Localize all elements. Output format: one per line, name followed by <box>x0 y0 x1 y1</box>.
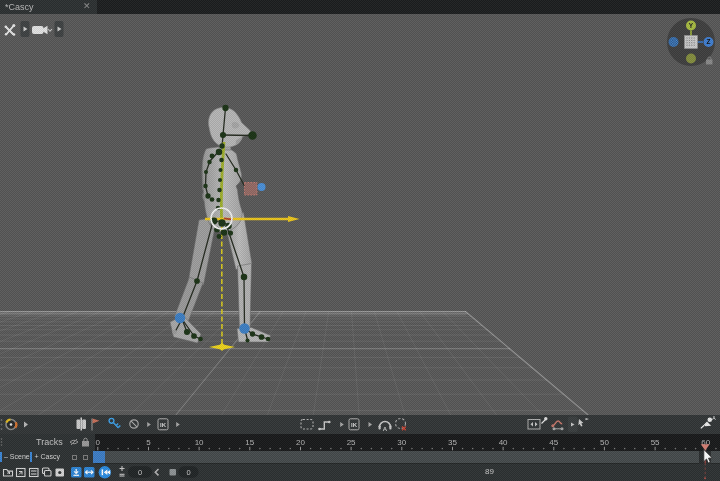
svg-text:Y: Y <box>689 22 694 29</box>
svg-text:0: 0 <box>186 467 190 476</box>
svg-text:Z: Z <box>707 38 711 45</box>
svg-text:A: A <box>712 415 716 421</box>
svg-text:0: 0 <box>138 467 142 476</box>
svg-text:A: A <box>383 426 388 432</box>
svg-text:IK: IK <box>351 422 358 428</box>
svg-text:IK: IK <box>160 422 167 428</box>
